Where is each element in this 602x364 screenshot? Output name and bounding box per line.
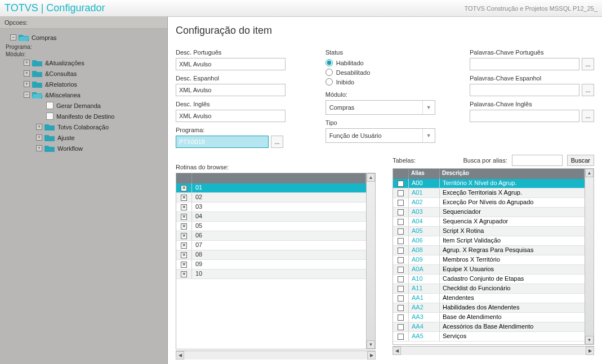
tabela-row[interactable]: A09Membros X Território — [393, 255, 585, 265]
kw-pt-lookup-button[interactable]: ... — [582, 58, 594, 70]
plus-icon[interactable]: + — [36, 134, 42, 141]
tabela-row[interactable]: A0AEquipe X Usuarios — [393, 265, 585, 275]
tree-node-gerar-demanda[interactable]: Gerar Demanda — [2, 100, 165, 111]
status-desabilitado[interactable]: Desabilitado — [325, 68, 453, 77]
tree-root-compras[interactable]: − Compras — [2, 32, 165, 43]
row-checkbox[interactable] — [176, 203, 192, 212]
kw-pt-input[interactable] — [470, 58, 579, 70]
radio-icon[interactable] — [325, 69, 333, 76]
row-checkbox[interactable] — [176, 193, 192, 202]
kw-es-lookup-button[interactable]: ... — [582, 84, 594, 96]
scroll-down-icon[interactable]: ▼ — [585, 336, 594, 344]
programa-input[interactable] — [176, 136, 269, 148]
rotinas-hscroll[interactable]: ◀ ▶ — [176, 350, 376, 359]
row-checkbox[interactable] — [393, 265, 409, 274]
tabela-row[interactable]: A10Cadastro Conjunto de Etapas — [393, 275, 585, 284]
plus-icon[interactable]: + — [24, 70, 30, 77]
row-checkbox[interactable] — [393, 236, 409, 245]
row-checkbox[interactable] — [393, 303, 409, 312]
tabela-row[interactable]: A01Exceção Territoriais X Agrup. — [393, 188, 585, 198]
rotinas-row[interactable]: 03 — [176, 203, 366, 212]
tabela-row[interactable]: A00Território X Nível do Agrup. — [393, 179, 585, 188]
row-checkbox[interactable] — [393, 275, 409, 284]
tabela-row[interactable]: AA3Base de Atendimento — [393, 313, 585, 322]
tipo-select[interactable]: Função de Usuário ▼ — [325, 128, 435, 143]
tabelas-hscroll[interactable]: ◀ ▶ — [393, 346, 594, 355]
scroll-up-icon[interactable]: ▲ — [367, 173, 375, 182]
kw-en-input[interactable] — [470, 110, 579, 122]
kw-en-lookup-button[interactable]: ... — [582, 110, 594, 122]
row-checkbox[interactable] — [393, 284, 409, 293]
tabela-row[interactable]: A02Exceção Por Níveis do Agrupado — [393, 198, 585, 208]
busca-alias-input[interactable] — [512, 155, 563, 166]
row-checkbox[interactable] — [176, 269, 192, 278]
tree-node-manifesto-de-destino[interactable]: Manifesto de Destino — [2, 111, 165, 122]
rotinas-row[interactable]: 08 — [176, 250, 366, 260]
row-checkbox[interactable] — [176, 183, 192, 192]
tree-node-atualizacoes[interactable]: + &Atualizações — [2, 57, 165, 68]
radio-icon[interactable] — [325, 59, 333, 66]
rotinas-row[interactable]: 07 — [176, 241, 366, 250]
kw-es-input[interactable] — [470, 84, 579, 96]
plus-icon[interactable]: + — [24, 60, 30, 66]
row-checkbox[interactable] — [393, 313, 409, 322]
rotinas-row[interactable]: 06 — [176, 231, 366, 241]
plus-icon[interactable]: + — [24, 81, 30, 87]
rotinas-row[interactable]: 09 — [176, 260, 366, 269]
tabela-row[interactable]: A08Agrup. X Regras Para Pesquisas — [393, 246, 585, 255]
tree-node-workflow[interactable]: +Workflow — [2, 143, 165, 154]
tree-node-relatorios[interactable]: + &Relatorios — [2, 79, 165, 89]
scroll-right-icon[interactable]: ▶ — [586, 347, 594, 355]
row-checkbox[interactable] — [176, 231, 192, 240]
col-alias[interactable]: Alias — [409, 169, 440, 179]
tabela-row[interactable]: A03Sequenciador — [393, 208, 585, 217]
rotinas-row[interactable]: 05 — [176, 222, 366, 231]
row-checkbox[interactable] — [176, 250, 192, 259]
row-checkbox[interactable] — [393, 246, 409, 255]
tabelas-scrollbar[interactable]: ▲ ▼ — [585, 169, 594, 344]
tabela-row[interactable]: A05Script X Rotina — [393, 227, 585, 236]
desc-en-input[interactable] — [176, 110, 286, 122]
row-checkbox[interactable] — [393, 217, 409, 226]
modulo-select[interactable]: Compras ▼ — [325, 100, 435, 115]
row-checkbox[interactable] — [176, 212, 192, 221]
scroll-up-icon[interactable]: ▲ — [585, 169, 594, 177]
minus-icon[interactable]: − — [10, 34, 16, 41]
tabela-row[interactable]: AA2Habilidades dos Atendentes — [393, 303, 585, 313]
status-inibido[interactable]: Inibido — [325, 77, 453, 87]
desc-es-input[interactable] — [176, 84, 286, 96]
scroll-left-icon[interactable]: ◀ — [393, 347, 401, 355]
row-checkbox[interactable] — [393, 198, 409, 207]
tabela-row[interactable]: AA1Atendentes — [393, 294, 585, 303]
radio-icon[interactable] — [325, 78, 333, 86]
tabela-row[interactable]: A11Checklist do Funcionário — [393, 284, 585, 294]
tabela-row[interactable]: A06Item Script Validação — [393, 236, 585, 246]
scroll-left-icon[interactable]: ◀ — [176, 351, 184, 359]
tree-node-consultas[interactable]: + &Consultas — [2, 68, 165, 79]
desc-pt-input[interactable] — [176, 58, 286, 70]
tabela-row[interactable]: A04Sequencia X Agrupador — [393, 217, 585, 227]
tree-node-miscelanea[interactable]: − &Miscelanea — [2, 89, 165, 100]
rotinas-row[interactable]: 04 — [176, 212, 366, 222]
tree-node-totvs-colaboração[interactable]: +Totvs Colaboração — [2, 122, 165, 132]
tabela-row[interactable]: AA4Acessórios da Base Atendimento — [393, 322, 585, 332]
scroll-right-icon[interactable]: ▶ — [367, 351, 376, 359]
plus-icon[interactable]: + — [36, 124, 42, 130]
col-descricao[interactable]: Descrição — [440, 169, 585, 179]
plus-icon[interactable]: + — [36, 145, 42, 151]
row-checkbox[interactable] — [393, 179, 409, 188]
row-checkbox[interactable] — [393, 332, 409, 341]
row-checkbox[interactable] — [393, 294, 409, 303]
row-checkbox[interactable] — [393, 188, 409, 197]
rotinas-row[interactable]: 10 — [176, 269, 366, 279]
rotinas-row[interactable]: 02 — [176, 193, 366, 203]
programa-lookup-button[interactable]: ... — [271, 136, 283, 148]
row-checkbox[interactable] — [393, 227, 409, 236]
minus-icon[interactable]: − — [24, 92, 30, 98]
tabela-row[interactable]: AA5Serviços — [393, 332, 585, 341]
row-checkbox[interactable] — [176, 241, 192, 250]
row-checkbox[interactable] — [176, 222, 192, 231]
rotinas-scrollbar[interactable]: ▲ ▼ — [366, 173, 375, 349]
tree-node-ajuste[interactable]: +Ajuste — [2, 132, 165, 143]
status-habilitado[interactable]: Habilitado — [325, 58, 453, 68]
